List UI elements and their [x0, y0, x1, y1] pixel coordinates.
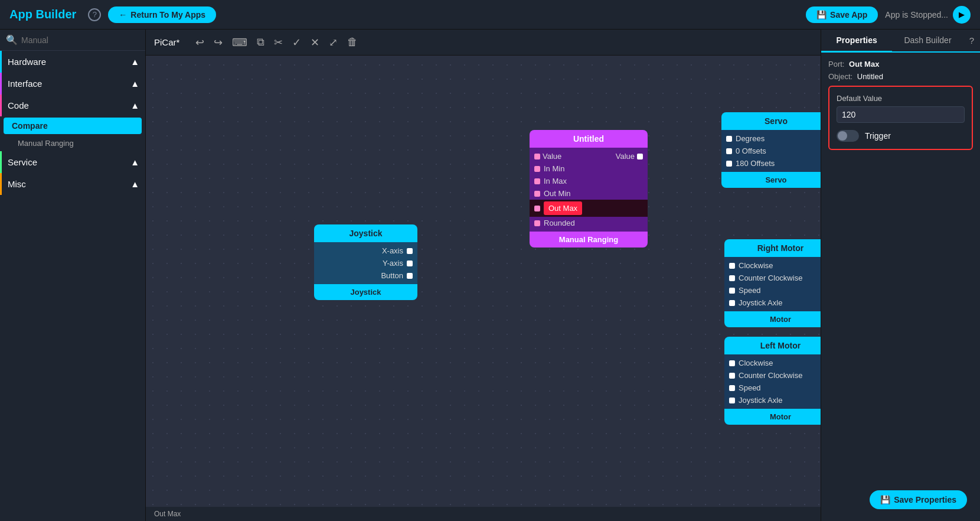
- help-button[interactable]: ?: [88, 8, 101, 21]
- chevron-up-icon-code: ▲: [130, 100, 139, 110]
- search-input[interactable]: [21, 35, 139, 45]
- rm-joystick-port[interactable]: [729, 300, 735, 306]
- servo-180offsets-row: 180 Offsets: [721, 157, 821, 170]
- joystick-button-row: Button: [314, 269, 417, 282]
- expand-button[interactable]: ⤢: [326, 35, 341, 50]
- sidebar-section-service[interactable]: Service ▲: [0, 151, 145, 173]
- save-app-button[interactable]: 💾 Save App: [806, 6, 878, 23]
- search-icon: 🔍: [6, 34, 18, 45]
- canvas-area[interactable]: PiCar* ↩ ↪ ⌨ ⧉ ✂ ✓ ✕ ⤢ 🗑 Joystick X-axis…: [146, 30, 821, 521]
- keyboard-button[interactable]: ⌨: [229, 35, 250, 50]
- object-value: Untitled: [857, 72, 883, 81]
- sidebar-item-compare[interactable]: Compare: [4, 118, 142, 134]
- 180offsets-port[interactable]: [726, 161, 732, 167]
- lm-clockwise-port[interactable]: [729, 360, 735, 366]
- outmin-port[interactable]: [534, 191, 540, 197]
- rm-clockwise-port[interactable]: [729, 263, 735, 269]
- delete-button[interactable]: 🗑: [344, 35, 361, 50]
- rounded-port[interactable]: [534, 220, 540, 226]
- return-button[interactable]: ← Return To My Apps: [108, 6, 216, 23]
- properties-help-button[interactable]: ?: [963, 30, 980, 51]
- app-title: App Builder: [9, 8, 76, 21]
- servo-0offsets-row: 0 Offsets: [721, 145, 821, 157]
- lm-speed-port[interactable]: [729, 385, 735, 391]
- save-properties-label: Save Properties: [894, 495, 956, 504]
- sidebar-section-code[interactable]: Code ▲: [0, 95, 145, 116]
- button-port[interactable]: [407, 273, 413, 279]
- play-icon: ▶: [959, 10, 965, 19]
- xaxis-port[interactable]: [407, 248, 413, 254]
- node-untitled[interactable]: Untitled Value Value In Min: [530, 130, 648, 248]
- value-right-port[interactable]: [637, 154, 643, 159]
- trigger-toggle[interactable]: [837, 130, 859, 142]
- inmin-label: In Min: [544, 164, 564, 173]
- redo-button[interactable]: ↪: [211, 35, 226, 50]
- lm-ccw-port[interactable]: [729, 373, 735, 379]
- lm-joystick-port[interactable]: [729, 398, 735, 403]
- tab-dash-builder[interactable]: Dash Builder: [892, 30, 963, 51]
- node-right-motor[interactable]: Right Motor Clockwise Counter Clockwise …: [724, 239, 821, 327]
- node-left-motor[interactable]: Left Motor Clockwise Counter Clockwise S…: [724, 337, 821, 425]
- properties-panel: Properties Dash Builder ? Port: Out Max …: [821, 30, 980, 521]
- rm-ccw-row: Counter Clockwise: [724, 272, 821, 284]
- joystick-header: Joystick: [314, 224, 417, 242]
- rm-speed-row: Speed: [724, 284, 821, 297]
- left-motor-footer: Motor: [724, 409, 821, 425]
- yaxis-label: Y-axis: [383, 259, 403, 268]
- rm-ccw-port[interactable]: [729, 275, 735, 281]
- sidebar-section-interface[interactable]: Interface ▲: [0, 73, 145, 95]
- servo-footer: Servo: [721, 172, 821, 188]
- sidebar-search-bar[interactable]: 🔍: [0, 30, 145, 51]
- servo-body: Degrees 0 Offsets 180 Offsets: [721, 130, 821, 172]
- toggle-knob: [838, 131, 847, 141]
- inmin-port[interactable]: [534, 166, 540, 172]
- untitled-value-row: Value Value: [530, 150, 648, 162]
- undo-button[interactable]: ↩: [192, 35, 207, 50]
- right-motor-footer: Motor: [724, 311, 821, 327]
- copy-button[interactable]: ⧉: [254, 35, 267, 50]
- status-text: App is Stopped...: [885, 10, 948, 19]
- untitled-outmin-row: Out Min: [530, 187, 648, 200]
- degrees-label: Degrees: [736, 134, 765, 143]
- node-servo[interactable]: Servo Degrees 0 Offsets 180 Offsets Serv…: [721, 112, 821, 188]
- topbar: App Builder ? ← Return To My Apps 💾 Save…: [0, 0, 980, 30]
- close-button[interactable]: ✕: [308, 35, 322, 50]
- untitled-header: Untitled: [530, 130, 648, 148]
- sidebar-section-misc[interactable]: Misc ▲: [0, 173, 145, 195]
- sidebar-section-hardware[interactable]: Hardware ▲: [0, 51, 145, 73]
- rm-joystick-label: Joystick Axle: [739, 298, 782, 307]
- joystick-yaxis-row: Y-axis: [314, 257, 417, 269]
- value-left-port[interactable]: [534, 154, 540, 159]
- joystick-footer: Joystick: [314, 284, 417, 300]
- check-button[interactable]: ✓: [289, 35, 304, 50]
- outmax-port[interactable]: [534, 206, 540, 211]
- xaxis-label: X-axis: [382, 246, 403, 255]
- rm-ccw-label: Counter Clockwise: [739, 273, 802, 282]
- save-properties-button[interactable]: 💾 Save Properties: [870, 490, 967, 509]
- cut-button[interactable]: ✂: [271, 35, 286, 50]
- node-joystick[interactable]: Joystick X-axis Y-axis Button Joystick: [314, 224, 417, 300]
- 180offsets-label: 180 Offsets: [736, 159, 775, 168]
- tab-properties[interactable]: Properties: [821, 30, 892, 53]
- save-properties-icon: 💾: [880, 495, 890, 504]
- default-value-label: Default Value: [837, 94, 965, 103]
- trigger-row: Trigger: [837, 130, 965, 142]
- degrees-port[interactable]: [726, 136, 732, 142]
- inmax-port[interactable]: [534, 178, 540, 184]
- default-value-input[interactable]: [837, 106, 965, 123]
- untitled-body: Value Value In Min In Max: [530, 148, 648, 232]
- port-label: Port: Out Max: [828, 60, 973, 69]
- button-label: Button: [381, 271, 403, 280]
- yaxis-port[interactable]: [407, 260, 413, 266]
- outmax-label[interactable]: Out Max: [544, 201, 582, 215]
- rm-speed-port[interactable]: [729, 288, 735, 294]
- 0offsets-port[interactable]: [726, 148, 732, 154]
- chevron-up-icon-interface: ▲: [130, 79, 139, 89]
- canvas-toolbar: PiCar* ↩ ↪ ⌨ ⧉ ✂ ✓ ✕ ⤢ 🗑: [146, 30, 821, 56]
- play-button[interactable]: ▶: [953, 6, 971, 24]
- untitled-outmax-row[interactable]: Out Max: [530, 200, 648, 217]
- sidebar-item-manual-ranging[interactable]: Manual Ranging: [0, 135, 145, 151]
- hardware-label: Hardware: [8, 57, 46, 67]
- value-label: Value: [543, 152, 561, 161]
- save-label: Save App: [830, 10, 867, 19]
